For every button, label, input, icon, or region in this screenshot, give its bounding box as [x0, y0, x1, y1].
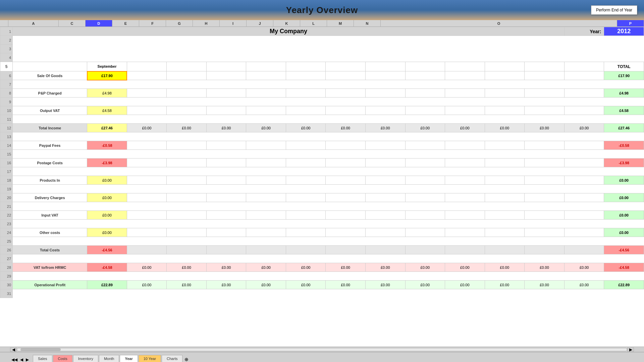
- month-header-row: 5 September TOTAL: [0, 62, 644, 71]
- row29: 29: [0, 272, 644, 281]
- row9: 9: [0, 98, 644, 106]
- col-e-header: E: [112, 20, 139, 26]
- add-sheet-btn[interactable]: ⊕: [184, 357, 191, 362]
- scrollbar-track[interactable]: [17, 348, 627, 351]
- postage-costs-row: 16 Postage Costs -£3.98 -£3.98: [0, 159, 644, 167]
- tab-next-btn[interactable]: ▶: [24, 357, 30, 362]
- operational-profit-label: Operational Profit: [13, 281, 87, 289]
- spacer-row-2: 2: [0, 36, 644, 45]
- row17: 17: [0, 167, 644, 176]
- col-h-header: H: [193, 20, 220, 26]
- pnp-sep-val[interactable]: £4.98: [87, 89, 127, 98]
- sale-of-goods-label: Sale Of Goods: [13, 71, 87, 80]
- vat-hrmc-label: VAT to/from HRMC: [13, 263, 87, 272]
- tab-ten-year[interactable]: 10 Year: [139, 355, 161, 362]
- total-income-total-val: £27.46: [604, 124, 644, 132]
- other-costs-row: 24 Other costs £0.00 £0.00: [0, 228, 644, 237]
- operational-profit-row: 30 Operational Profit £22.89 £0.00 £0.00…: [0, 281, 644, 289]
- tab-month[interactable]: Month: [99, 355, 119, 362]
- paypal-sep-val[interactable]: -£0.58: [87, 141, 127, 150]
- col-d-header: D: [86, 20, 112, 26]
- delivery-charges-label: Delivery Charges: [13, 193, 87, 202]
- row21: 21: [0, 202, 644, 211]
- other-costs-sep-val[interactable]: £0.00: [87, 228, 127, 237]
- products-in-label: Products In: [13, 176, 87, 185]
- paypal-total-val: -£0.58: [604, 141, 644, 150]
- tab-inventory[interactable]: Inventory: [73, 355, 98, 362]
- year-label-cell: Year:: [564, 27, 604, 36]
- vat-hrmc-total-val: -£4.58: [604, 263, 644, 272]
- spacer-row-4: 4: [0, 53, 644, 62]
- row19: 19: [0, 185, 644, 193]
- scrollbar-thumb[interactable]: [20, 348, 61, 351]
- tab-year[interactable]: Year: [120, 355, 138, 362]
- perform-end-of-year-button[interactable]: Perform End of Year: [591, 5, 637, 15]
- tab-nav-arrows: ◀◀ ◀ ▶: [10, 357, 30, 362]
- tab-first-btn[interactable]: ◀◀: [10, 357, 19, 362]
- row7: 7: [0, 80, 644, 89]
- sale-total-val: £17.90: [604, 71, 644, 80]
- column-headers: A C D E F G H I J K L M N O P: [0, 20, 644, 27]
- total-income-row: 12 Total Income £27.46 £0.00 £0.00 £0.00…: [0, 124, 644, 132]
- output-vat-row: 10 Output VAT £4.58 £4.58: [0, 106, 644, 115]
- products-in-sep-val[interactable]: £0.00: [87, 176, 127, 185]
- pnp-total-val: £4.98: [604, 89, 644, 98]
- input-vat-row: 22 Input VAT £0.00 £0.00: [0, 211, 644, 220]
- top-banner: Yearly Overview Perform End of Year: [0, 0, 644, 20]
- company-row: 1 My Company Year: 2012: [0, 27, 644, 36]
- col-l-header: L: [300, 20, 327, 26]
- other-costs-total-val: £0.00: [604, 228, 644, 237]
- paypal-fees-row: 14 Paypal Fees -£0.58 -£0.58: [0, 141, 644, 150]
- data-table: 1 My Company Year: 2012 2 3 4 5: [0, 27, 644, 298]
- total-income-sep-val: £27.46: [87, 124, 127, 132]
- scroll-left-btn[interactable]: ◀: [10, 348, 17, 352]
- col-m-header: M: [327, 20, 354, 26]
- pnp-label: P&P Charged: [13, 89, 87, 98]
- input-vat-label: Input VAT: [13, 211, 87, 220]
- row13: 13: [0, 132, 644, 141]
- col-k-header: K: [273, 20, 300, 26]
- col-n-header: N: [354, 20, 381, 26]
- sale-sep-val[interactable]: £17.90: [87, 71, 127, 80]
- col-p-header: P: [617, 20, 644, 26]
- tab-prev-btn[interactable]: ◀: [19, 357, 24, 362]
- row23: 23: [0, 220, 644, 228]
- tab-sales[interactable]: Sales: [33, 355, 52, 362]
- total-costs-row: 26 Total Costs -£4.56 -£4.56: [0, 246, 644, 254]
- spreadsheet-app: Yearly Overview Perform End of Year A C …: [0, 0, 644, 362]
- total-income-label: Total Income: [13, 124, 87, 132]
- vat-hrmc-sep-val: -£4.58: [87, 263, 127, 272]
- delivery-total-val: £0.00: [604, 193, 644, 202]
- scroll-right-btn[interactable]: ▶: [627, 348, 634, 352]
- pnp-charged-row: 8 P&P Charged £4.98 £4.98: [0, 89, 644, 98]
- col-o-header: O: [381, 20, 617, 26]
- total-costs-label: Total Costs: [13, 246, 87, 254]
- tab-charts[interactable]: Charts: [162, 355, 182, 362]
- year-value-cell: 2012: [604, 27, 644, 36]
- sale-of-goods-row: 6 Sale Of Goods £17.90 £17.90: [0, 71, 644, 80]
- other-costs-label: Other costs: [13, 228, 87, 237]
- row27: 27: [0, 254, 644, 263]
- company-name-cell: My Company: [13, 27, 565, 36]
- total-header: TOTAL: [604, 62, 644, 71]
- products-in-row: 18 Products In £0.00 £0.00: [0, 176, 644, 185]
- delivery-sep-val[interactable]: £0.00: [87, 193, 127, 202]
- delivery-charges-row: 20 Delivery Charges £0.00 £0.00: [0, 193, 644, 202]
- postage-costs-label: Postage Costs: [13, 159, 87, 167]
- col-f-header: F: [139, 20, 166, 26]
- sheet-tabs: ◀◀ ◀ ▶ Sales Costs Inventory Month Year …: [0, 352, 644, 362]
- row31: 31: [0, 289, 644, 298]
- main-content: 1 My Company Year: 2012 2 3 4 5: [0, 27, 644, 347]
- row-num-header: [0, 20, 8, 26]
- output-vat-sep-val[interactable]: £4.58: [87, 106, 127, 115]
- app-title: Yearly Overview: [286, 5, 358, 15]
- input-vat-sep-val[interactable]: £0.00: [87, 211, 127, 220]
- postage-sep-val[interactable]: -£3.98: [87, 159, 127, 167]
- tab-costs[interactable]: Costs: [53, 355, 72, 362]
- row25: 25: [0, 237, 644, 246]
- col-i-header: I: [220, 20, 247, 26]
- output-vat-total-val: £4.58: [604, 106, 644, 115]
- horizontal-scrollbar[interactable]: ◀ ▶: [0, 347, 644, 352]
- col-a-header: A: [8, 20, 59, 26]
- row11: 11: [0, 115, 644, 124]
